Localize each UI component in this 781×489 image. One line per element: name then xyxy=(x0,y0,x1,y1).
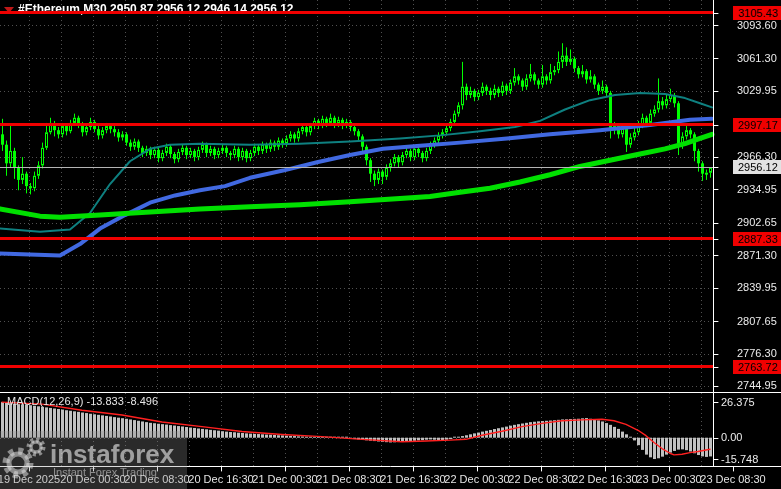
horizontal-level-line[interactable] xyxy=(0,11,713,14)
time-axis-label: 22 Dec 08:30 xyxy=(508,473,573,485)
watermark-tagline: Instant Forex Trading xyxy=(53,466,174,479)
time-axis-label: 21 Dec 08:30 xyxy=(316,473,381,485)
price-axis-label: 3061.30 xyxy=(737,52,777,65)
level-price-label: 3105.43 xyxy=(733,6,781,20)
time-axis-label: 23 Dec 00:30 xyxy=(636,473,701,485)
level-price-label: 2763.72 xyxy=(733,360,781,374)
horizontal-level-line[interactable] xyxy=(0,365,713,368)
watermark-brand: instaforex xyxy=(50,442,174,466)
macd-axis-label: 0.00 xyxy=(721,431,742,444)
current-price-line xyxy=(0,167,713,168)
macd-axis-label: 26.375 xyxy=(721,396,755,409)
price-axis-label: 2776.30 xyxy=(737,347,777,360)
price-axis-label: 3029.95 xyxy=(737,84,777,97)
time-axis-label: 20 Dec 16:30 xyxy=(188,473,253,485)
horizontal-level-line[interactable] xyxy=(0,123,713,126)
price-axis-label: 2934.95 xyxy=(737,183,777,196)
price-axis-label: 2744.95 xyxy=(737,379,777,392)
time-axis-label: 21 Dec 16:30 xyxy=(380,473,445,485)
mt-chart-window: 3105.432997.172887.332763.722956.12 #Eth… xyxy=(0,0,781,489)
price-chart-canvas[interactable] xyxy=(0,0,781,489)
time-axis-label: 22 Dec 16:30 xyxy=(572,473,637,485)
level-price-label: 2997.17 xyxy=(733,118,781,132)
time-axis-label: 22 Dec 00:30 xyxy=(444,473,509,485)
watermark: instaforex Instant Forex Trading xyxy=(0,431,187,489)
macd-axis-label: -15.748 xyxy=(721,453,758,466)
macd-indicator-label: MACD(12,26,9) -13.833 -8.496 xyxy=(7,395,158,407)
current-price-label: 2956.12 xyxy=(733,160,781,174)
price-axis-label: 2839.95 xyxy=(737,281,777,294)
price-axis-label: 2902.65 xyxy=(737,216,777,229)
price-axis-label: 2871.30 xyxy=(737,249,777,262)
time-axis-label: 23 Dec 08:30 xyxy=(700,473,765,485)
gear-icon xyxy=(0,434,48,486)
level-price-label: 2887.33 xyxy=(733,232,781,246)
horizontal-level-line[interactable] xyxy=(0,237,713,240)
price-axis-label: 2807.65 xyxy=(737,315,777,328)
price-axis-label: 3093.60 xyxy=(737,19,777,32)
time-axis-label: 21 Dec 00:30 xyxy=(252,473,317,485)
